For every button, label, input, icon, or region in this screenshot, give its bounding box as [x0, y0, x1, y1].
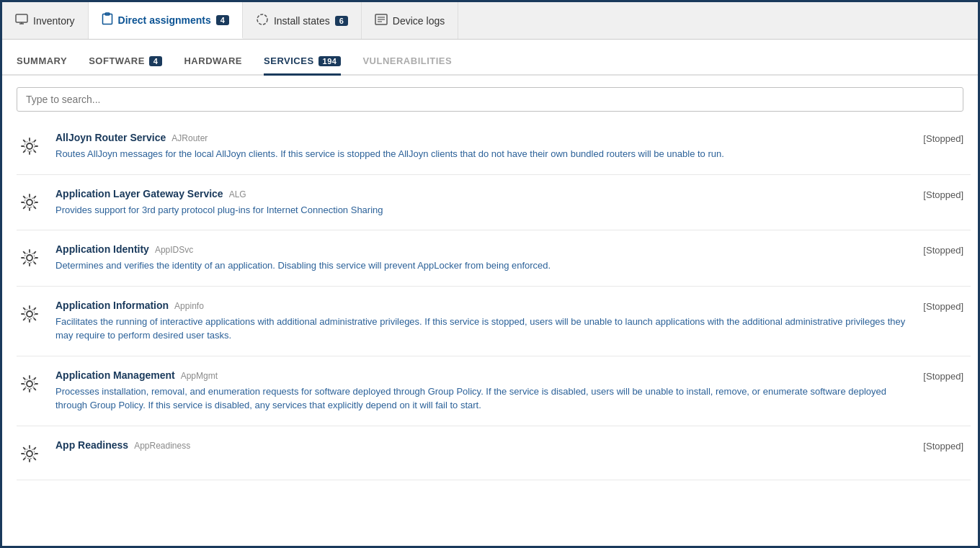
list-item: Application Information Appinfo Facilita…	[17, 287, 971, 356]
service-status: [Stopped]	[923, 245, 963, 256]
service-name: AllJoyn Router Service	[55, 132, 166, 143]
services-badge: 194	[318, 56, 342, 66]
service-name: Application Information	[55, 300, 169, 311]
tab-install-states[interactable]: Install states 6	[243, 2, 362, 39]
tab-direct-assignments[interactable]: Direct assignments 4	[89, 2, 243, 39]
service-short-name: ALG	[229, 189, 246, 199]
service-icon	[17, 133, 43, 159]
tab-hardware[interactable]: HARDWARE	[184, 55, 242, 76]
tab-services-label: SERVICES	[264, 55, 314, 66]
svg-point-14	[27, 255, 32, 261]
service-short-name: AppMgmt	[181, 371, 218, 381]
tab-software[interactable]: SOFTWARE 4	[89, 55, 162, 76]
tab-software-label: SOFTWARE	[89, 55, 145, 66]
list-item: Application Layer Gateway Service ALG Pr…	[17, 175, 971, 231]
service-name-row: AllJoyn Router Service AJRouter	[55, 132, 910, 143]
main-content: SUMMARY SOFTWARE 4 HARDWARE SERVICES 194…	[2, 40, 978, 546]
service-info: App Readiness AppReadiness	[55, 439, 910, 454]
svg-point-18	[27, 381, 32, 387]
service-name-row: App Readiness AppReadiness	[55, 439, 910, 451]
monitor-icon	[15, 14, 28, 28]
service-info: AllJoyn Router Service AJRouter Routes A…	[55, 132, 910, 161]
install-states-badge: 6	[335, 16, 348, 26]
service-description: Determines and verifies the identity of …	[55, 259, 910, 273]
list-item: App Readiness AppReadiness [Stopped]	[17, 426, 971, 480]
list-item: Application Identity AppIDSvc Determines…	[17, 230, 971, 287]
sub-tab-bar: SUMMARY SOFTWARE 4 HARDWARE SERVICES 194…	[2, 40, 978, 76]
svg-point-20	[27, 451, 32, 457]
service-name: App Readiness	[55, 439, 128, 451]
svg-point-5	[257, 14, 267, 24]
search-input[interactable]	[17, 87, 963, 112]
tab-device-logs[interactable]: Device logs	[362, 2, 458, 39]
service-short-name: AJRouter	[172, 133, 208, 143]
top-tab-bar: Inventory Direct assignments 4 Install s…	[2, 2, 978, 40]
service-name-row: Application Identity AppIDSvc	[55, 243, 910, 255]
service-name-row: Application Information Appinfo	[55, 300, 910, 311]
service-status: [Stopped]	[923, 189, 963, 200]
tab-inventory-label: Inventory	[33, 15, 75, 27]
service-info: Application Management AppMgmt Processes…	[55, 369, 910, 413]
service-icon	[17, 441, 43, 467]
search-bar-wrap	[2, 76, 978, 119]
service-status: [Stopped]	[923, 441, 963, 452]
list-item: Application Management AppMgmt Processes…	[17, 356, 971, 426]
service-icon	[17, 189, 43, 215]
svg-rect-0	[16, 14, 27, 22]
service-info: Application Identity AppIDSvc Determines…	[55, 243, 910, 273]
service-name-row: Application Management AppMgmt	[55, 369, 910, 381]
service-icon	[17, 301, 43, 327]
tab-device-logs-label: Device logs	[393, 15, 445, 27]
service-list: AllJoyn Router Service AJRouter Routes A…	[2, 119, 978, 546]
service-status: [Stopped]	[923, 301, 963, 312]
svg-point-10	[27, 143, 32, 149]
service-description: Routes AllJoyn messages for the local Al…	[55, 147, 910, 161]
service-icon	[17, 371, 43, 397]
tab-summary[interactable]: SUMMARY	[17, 55, 67, 76]
tab-vulnerabilities-label: Vulnerabilities	[362, 55, 452, 66]
service-description: Facilitates the running of interactive a…	[55, 315, 910, 343]
service-short-name: Appinfo	[174, 301, 204, 311]
list-item: AllJoyn Router Service AJRouter Routes A…	[17, 119, 971, 175]
tab-services[interactable]: SERVICES 194	[264, 55, 341, 76]
tab-inventory[interactable]: Inventory	[2, 2, 89, 39]
service-name: Application Management	[55, 369, 175, 381]
service-status: [Stopped]	[923, 371, 963, 382]
software-badge: 4	[149, 56, 163, 66]
svg-point-19	[24, 379, 35, 389]
svg-point-16	[27, 311, 32, 317]
service-status: [Stopped]	[923, 133, 963, 144]
service-short-name: AppReadiness	[134, 441, 190, 451]
svg-point-21	[24, 449, 35, 459]
service-info: Application Layer Gateway Service ALG Pr…	[55, 188, 910, 217]
service-description: Processes installation, removal, and enu…	[55, 385, 910, 413]
tab-hardware-label: HARDWARE	[184, 55, 242, 66]
circle-dashed-icon	[256, 13, 269, 29]
tab-install-states-label: Install states	[274, 15, 330, 27]
svg-point-12	[27, 199, 32, 205]
service-icon	[17, 245, 43, 271]
direct-assignments-badge: 4	[216, 15, 229, 25]
service-name: Application Identity	[55, 243, 149, 255]
service-name: Application Layer Gateway Service	[55, 188, 223, 199]
service-description: Provides support for 3rd party protocol …	[55, 203, 910, 217]
clipboard-icon	[102, 12, 113, 28]
tab-direct-assignments-label: Direct assignments	[118, 14, 211, 26]
tab-vulnerabilities[interactable]: Vulnerabilities	[362, 55, 452, 76]
tab-summary-label: SUMMARY	[17, 55, 67, 66]
service-info: Application Information Appinfo Facilita…	[55, 300, 910, 343]
service-short-name: AppIDSvc	[155, 245, 193, 255]
list-icon	[375, 14, 388, 28]
service-name-row: Application Layer Gateway Service ALG	[55, 188, 910, 199]
